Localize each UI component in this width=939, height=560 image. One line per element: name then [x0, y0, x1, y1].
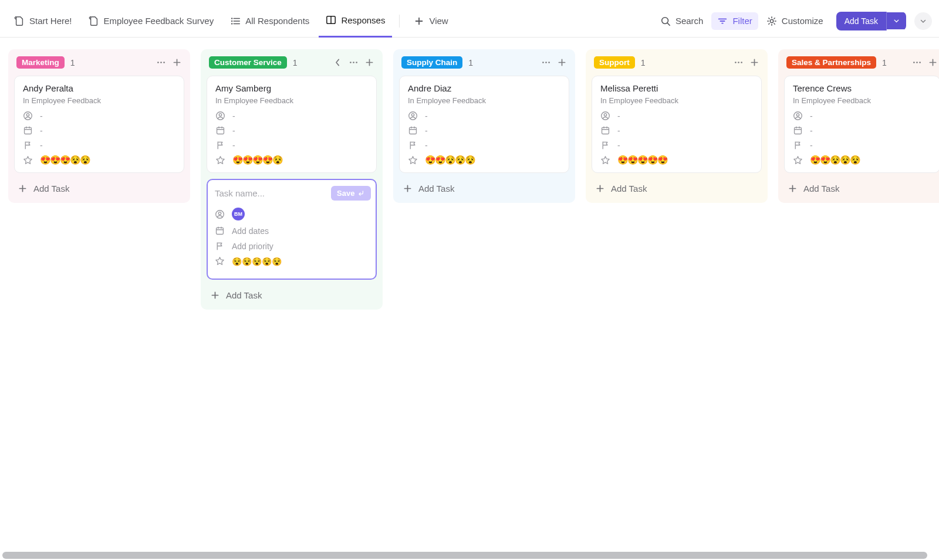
- chevron-down-icon: [893, 17, 900, 25]
- calendar-icon: [408, 125, 418, 135]
- flag-icon: [600, 140, 610, 150]
- priority-row[interactable]: Add priority: [215, 241, 369, 251]
- add-task-row[interactable]: Add Task: [14, 179, 184, 195]
- star-icon: [23, 155, 33, 165]
- add-view-button[interactable]: View: [407, 5, 455, 38]
- add-task-label: Add Task: [803, 184, 839, 194]
- label: Customize: [782, 16, 823, 26]
- column-badge[interactable]: Sales & Partnerships: [786, 56, 876, 69]
- column-badge[interactable]: Marketing: [16, 56, 65, 69]
- plus-icon: [210, 290, 220, 300]
- date-row[interactable]: -: [408, 125, 560, 135]
- task-card[interactable]: Andy Peralta In Employee Feedback - - - …: [14, 76, 184, 173]
- column-header: Supply Chain 1: [399, 55, 569, 70]
- column-add-button[interactable]: [364, 57, 374, 67]
- assignee-row[interactable]: -: [215, 111, 368, 121]
- add-task-row[interactable]: Add Task: [784, 179, 939, 195]
- assignee-row[interactable]: -: [408, 111, 560, 121]
- column-badge[interactable]: Customer Service: [209, 56, 287, 69]
- user-icon: [600, 111, 610, 121]
- user-icon: [408, 111, 418, 121]
- add-task-dropdown[interactable]: [887, 12, 906, 29]
- rating-value: 😍😍😍😵😵: [40, 155, 90, 165]
- tab-start-here[interactable]: Start Here!: [7, 5, 79, 38]
- card-subtitle: In Employee Feedback: [408, 96, 560, 105]
- doc-icon: [14, 16, 25, 26]
- search-button[interactable]: Search: [654, 12, 710, 30]
- assignee-row[interactable]: -: [793, 111, 931, 121]
- calendar-icon: [23, 125, 33, 135]
- card-subtitle: In Employee Feedback: [23, 96, 175, 105]
- column-badge[interactable]: Supply Chain: [401, 56, 462, 69]
- add-task-button[interactable]: Add Task: [836, 12, 887, 30]
- star-icon: [215, 155, 225, 165]
- column-menu-button[interactable]: [912, 57, 922, 67]
- date-row[interactable]: Add dates: [215, 226, 369, 236]
- filter-icon: [717, 16, 728, 26]
- priority-row[interactable]: -: [408, 140, 560, 150]
- tab-employee-feedback-survey[interactable]: Employee Feedback Survey: [82, 5, 221, 38]
- plus-icon: [18, 184, 28, 194]
- date-row[interactable]: -: [23, 125, 175, 135]
- task-name-input[interactable]: [215, 186, 326, 201]
- column-menu-button[interactable]: [349, 57, 359, 67]
- assignee-avatar[interactable]: BM: [232, 208, 245, 220]
- tab-all-respondents[interactable]: All Respondents: [223, 5, 316, 38]
- label: Filter: [732, 16, 752, 26]
- rating-row[interactable]: 😍😍😍😍😍: [600, 155, 753, 165]
- date-row[interactable]: -: [215, 125, 368, 135]
- horizontal-scrollbar[interactable]: [2, 552, 927, 559]
- rating-value: 😵😵😵😵😵: [232, 257, 282, 266]
- rating-row[interactable]: 😍😍😵😵😵: [793, 155, 931, 165]
- rating-row[interactable]: 😍😍😍😍😵: [215, 155, 368, 165]
- new-task-card: Save BM Add dates Add priority 😵😵😵😵😵: [207, 179, 377, 280]
- collapse-button[interactable]: [914, 12, 932, 30]
- search-icon: [660, 16, 671, 26]
- priority-row[interactable]: -: [23, 140, 175, 150]
- doc-icon: [89, 16, 99, 26]
- priority-value: -: [810, 141, 813, 150]
- save-button[interactable]: Save: [331, 186, 371, 201]
- priority-value: -: [617, 141, 620, 150]
- column-badge[interactable]: Support: [594, 56, 635, 69]
- date-row[interactable]: -: [600, 125, 753, 135]
- column-add-button[interactable]: [928, 57, 938, 67]
- plus-icon: [414, 16, 424, 26]
- save-label: Save: [337, 189, 354, 198]
- column-add-button[interactable]: [749, 57, 759, 67]
- filter-button[interactable]: Filter: [711, 12, 758, 30]
- priority-row[interactable]: -: [215, 140, 368, 150]
- priority-row[interactable]: -: [600, 140, 753, 150]
- collapse-column-button[interactable]: [333, 57, 343, 67]
- column-count: 1: [70, 58, 75, 67]
- column-menu-button[interactable]: [734, 57, 744, 67]
- add-task-row[interactable]: Add Task: [592, 179, 762, 195]
- rating-row[interactable]: 😵😵😵😵😵: [215, 256, 369, 266]
- kanban-board: Marketing 1 Andy Peralta In Employee Fee…: [0, 38, 939, 560]
- plus-icon: [403, 184, 413, 194]
- date-row[interactable]: -: [793, 125, 931, 135]
- column-menu-button[interactable]: [541, 57, 551, 67]
- top-toolbar: Start Here! Employee Feedback Survey All…: [0, 5, 939, 38]
- task-card[interactable]: Melissa Peretti In Employee Feedback - -…: [592, 76, 762, 173]
- assignee-row[interactable]: -: [23, 111, 175, 121]
- add-task-row[interactable]: Add Task: [399, 179, 569, 195]
- flag-icon: [408, 140, 418, 150]
- assignee-row[interactable]: BM: [215, 208, 369, 220]
- column-menu-button[interactable]: [156, 57, 166, 67]
- assignee-row[interactable]: -: [600, 111, 753, 121]
- add-task-row[interactable]: Add Task: [207, 286, 377, 301]
- column-supply-chain: Supply Chain 1 Andre Diaz In Employee Fe…: [393, 49, 575, 203]
- task-card[interactable]: Amy Samberg In Employee Feedback - - - 😍…: [207, 76, 377, 173]
- rating-row[interactable]: 😍😍😍😵😵: [23, 155, 175, 165]
- customize-button[interactable]: Customize: [761, 12, 829, 30]
- column-add-button[interactable]: [557, 57, 567, 67]
- task-card[interactable]: Andre Diaz In Employee Feedback - - - 😍😍…: [399, 76, 569, 173]
- date-value: -: [617, 126, 620, 135]
- rating-row[interactable]: 😍😍😵😵😵: [408, 155, 560, 165]
- task-card[interactable]: Terence Crews In Employee Feedback - - -…: [784, 76, 939, 173]
- column-add-button[interactable]: [172, 57, 182, 67]
- tab-responses[interactable]: Responses: [319, 5, 392, 38]
- priority-row[interactable]: -: [793, 140, 931, 150]
- priority-value: -: [425, 141, 428, 150]
